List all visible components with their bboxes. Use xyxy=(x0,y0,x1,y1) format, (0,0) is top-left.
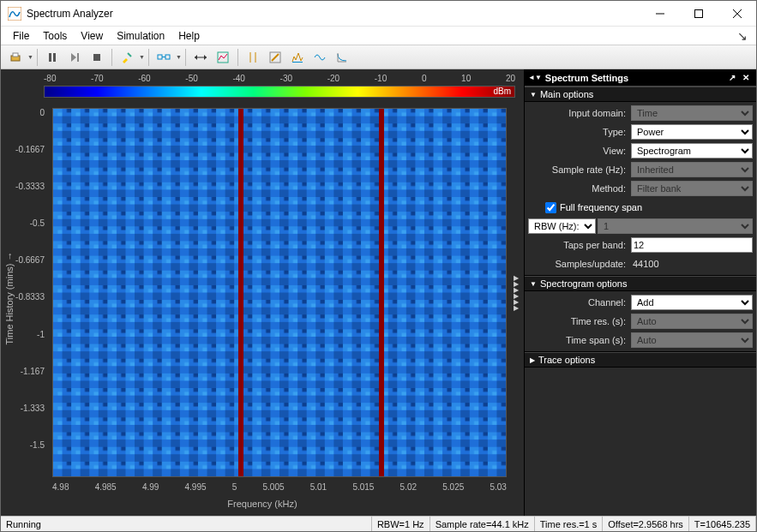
time-res-select: Auto xyxy=(631,314,753,329)
x-tick: 5.01 xyxy=(310,482,327,494)
menubar: File Tools View Simulation Help ↘ xyxy=(1,27,756,45)
label-view: View: xyxy=(528,146,631,156)
label-channel: Channel: xyxy=(528,297,631,308)
status-sample-rate: Sample rate=44.1 kHz xyxy=(430,517,535,531)
peaks-button[interactable] xyxy=(287,48,308,67)
highlight-button[interactable] xyxy=(117,48,137,67)
svg-rect-14 xyxy=(158,55,162,59)
y-tick: -1.5 xyxy=(1,440,45,450)
y-axis-label: Time History (mins) → xyxy=(4,238,15,358)
label-taps-per-band: Taps per band: xyxy=(528,240,631,250)
maximize-button[interactable] xyxy=(679,1,718,26)
y-tick: -1.333 xyxy=(1,403,45,413)
label-sample-rate: Sample rate (Hz): xyxy=(528,164,631,175)
svg-rect-10 xyxy=(77,53,79,62)
menu-help[interactable]: Help xyxy=(171,28,207,44)
svg-rect-8 xyxy=(53,53,56,62)
pause-button[interactable] xyxy=(42,48,63,67)
cb-tick: -10 xyxy=(375,74,387,84)
scroll-arrows-icon: ▶▶▶▶▶▶ xyxy=(514,275,519,311)
x-tick: 4.98 xyxy=(52,482,69,494)
link-dropdown-icon[interactable]: ▼ xyxy=(175,54,182,60)
x-tick: 4.99 xyxy=(142,482,159,494)
rbw-value-select: 1 xyxy=(598,218,753,234)
svg-marker-19 xyxy=(204,55,207,60)
panel-collapse-icon[interactable]: ◄▼ xyxy=(528,74,542,81)
menu-tools[interactable]: Tools xyxy=(36,28,74,44)
type-select[interactable]: Power xyxy=(631,124,753,140)
section-main-options[interactable]: ▼ Main options xyxy=(525,87,756,102)
label-full-freq-span: Full frequency span xyxy=(560,202,642,212)
zoom-x-button[interactable] xyxy=(190,48,211,67)
minimize-button[interactable] xyxy=(640,1,679,26)
tone-line-2 xyxy=(379,109,384,476)
triangle-right-icon: ▶ xyxy=(530,356,535,364)
status-rbw: RBW=1 Hz xyxy=(372,517,430,531)
cb-tick: 20 xyxy=(506,74,515,84)
rbw-mode-select[interactable]: RBW (Hz): xyxy=(528,218,596,234)
samples-update-value: 44100 xyxy=(631,259,659,269)
status-offset: Offset=2.9568 hrs xyxy=(603,517,689,531)
section-title: Spectrogram options xyxy=(540,278,628,289)
svg-marker-9 xyxy=(71,53,76,62)
x-tick: 5.03 xyxy=(490,482,506,494)
distortion-button[interactable] xyxy=(309,48,330,67)
print-dropdown-icon[interactable]: ▼ xyxy=(27,54,33,60)
spectrogram[interactable] xyxy=(52,108,507,477)
panel-title: Spectrum Settings xyxy=(545,73,725,83)
svg-rect-7 xyxy=(49,53,51,62)
stop-button[interactable] xyxy=(87,48,107,67)
svg-rect-25 xyxy=(292,62,303,63)
ccdf-button[interactable] xyxy=(332,48,352,67)
link-axes-button[interactable] xyxy=(153,48,174,67)
menu-file[interactable]: File xyxy=(6,28,36,44)
x-tick: 5.005 xyxy=(263,482,285,494)
cb-tick: -30 xyxy=(280,74,292,84)
label-samples-update: Samples/update: xyxy=(528,259,631,269)
menu-view[interactable]: View xyxy=(74,28,110,44)
svg-rect-15 xyxy=(165,55,170,59)
x-tick: 5.025 xyxy=(442,482,464,494)
section-trace-options[interactable]: ▶ Trace options xyxy=(525,352,756,368)
highlight-dropdown-icon[interactable]: ▼ xyxy=(138,54,145,60)
menu-simulation[interactable]: Simulation xyxy=(110,28,171,44)
view-select[interactable]: Spectrogram xyxy=(631,143,753,158)
section-title: Trace options xyxy=(538,355,595,365)
channel-select[interactable]: Add xyxy=(631,295,753,310)
status-running: Running xyxy=(1,517,372,531)
full-frequency-span-checkbox[interactable] xyxy=(545,202,556,213)
plot-area: -80 -70 -60 -50 -40 -30 -20 -10 0 10 20 … xyxy=(1,69,524,516)
svg-rect-33 xyxy=(53,109,506,476)
x-tick: 4.985 xyxy=(95,482,117,494)
panel-close-icon[interactable]: ✕ xyxy=(742,73,749,82)
print-button[interactable] xyxy=(5,48,26,67)
status-time-res: Time res.=1 s xyxy=(535,517,604,531)
step-button[interactable] xyxy=(64,48,85,67)
x-tick: 4.995 xyxy=(185,482,207,494)
y-tick: -0.3333 xyxy=(1,182,45,191)
svg-rect-6 xyxy=(13,53,18,57)
input-domain-select: Time xyxy=(631,105,753,121)
section-spectrogram-options[interactable]: ▼ Spectrogram options xyxy=(525,276,756,291)
statusbar: Running RBW=1 Hz Sample rate=44.1 kHz Ti… xyxy=(1,516,756,531)
status-t: T=10645.235 xyxy=(689,517,756,531)
svg-rect-11 xyxy=(93,54,100,61)
cursors-button[interactable] xyxy=(243,48,263,67)
triangle-down-icon: ▼ xyxy=(530,91,537,99)
measure-button[interactable] xyxy=(265,48,285,67)
cb-tick: -70 xyxy=(91,74,103,84)
cb-tick: -20 xyxy=(327,74,339,84)
section-title: Main options xyxy=(540,89,593,99)
x-axis-label: Frequency (kHz) xyxy=(1,499,524,509)
label-type: Type: xyxy=(528,127,631,137)
autoscale-button[interactable] xyxy=(213,48,233,67)
svg-marker-12 xyxy=(123,58,128,63)
taps-per-band-input[interactable] xyxy=(631,237,753,253)
panel-pin-icon[interactable]: ↗ xyxy=(729,73,736,82)
app-icon xyxy=(8,7,21,21)
method-select: Filter bank xyxy=(631,181,753,196)
cb-tick: -60 xyxy=(138,74,150,84)
close-button[interactable] xyxy=(718,1,756,26)
spectrum-settings-panel: ◄▼ Spectrum Settings ↗ ✕ ▼ Main options … xyxy=(524,69,756,516)
menu-corner-icon[interactable]: ↘ xyxy=(734,29,751,43)
